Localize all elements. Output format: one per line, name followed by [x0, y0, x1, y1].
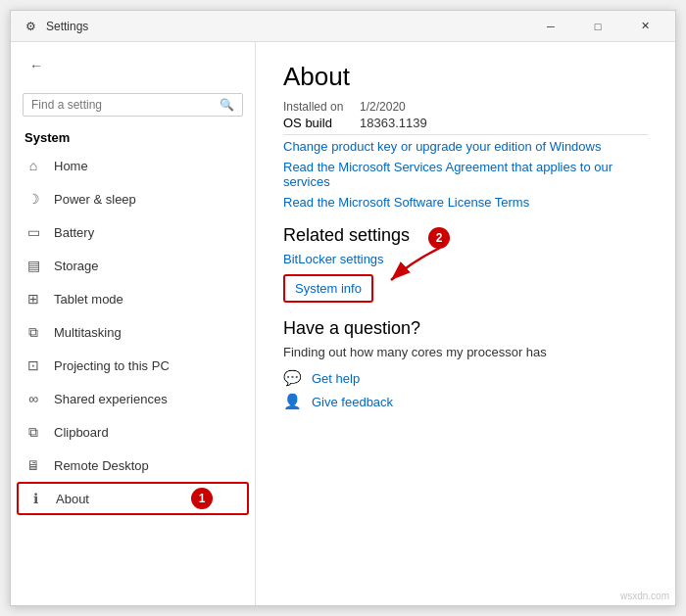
sidebar-item-multitasking[interactable]: ⧉ Multitasking [11, 315, 255, 349]
sidebar-item-label: Shared experiences [54, 392, 168, 406]
get-help-label: Get help [312, 371, 360, 386]
sidebar-item-label: About [56, 492, 89, 506]
sidebar-item-home[interactable]: ⌂ Home [11, 149, 255, 182]
bitlocker-link[interactable]: BitLocker settings [283, 252, 648, 266]
power-icon: ☽ [24, 190, 42, 208]
sidebar-item-clipboard[interactable]: ⧉ Clipboard [11, 415, 255, 449]
sidebar-item-storage[interactable]: ▤ Storage [11, 249, 255, 282]
get-help-row[interactable]: 💬 Get help [283, 369, 648, 387]
search-box[interactable]: 🔍 [23, 93, 243, 117]
sidebar-item-remote[interactable]: 🖥 Remote Desktop [11, 449, 255, 482]
minimize-button[interactable]: ─ [528, 11, 573, 42]
give-feedback-label: Give feedback [312, 395, 393, 409]
question-heading: Have a question? [283, 318, 648, 339]
os-build-value: 18363.1139 [360, 116, 427, 130]
sidebar-item-label: Power & sleep [54, 192, 136, 207]
sidebar-item-about[interactable]: ℹ About 1 [17, 482, 249, 515]
link-product-key[interactable]: Change product key or upgrade your editi… [283, 139, 648, 154]
badge-2: 2 [428, 227, 450, 249]
link-license-terms[interactable]: Read the Microsoft Software License Term… [283, 195, 648, 210]
related-settings-heading: Related settings [283, 225, 648, 246]
settings-icon: ⚙ [23, 19, 38, 34]
arrow-annotation [381, 243, 460, 292]
search-input[interactable] [31, 98, 220, 112]
link-services-agreement[interactable]: Read the Microsoft Services Agreement th… [283, 160, 648, 189]
maximize-button[interactable]: □ [575, 11, 620, 42]
sidebar-item-tablet[interactable]: ⊞ Tablet mode [11, 282, 255, 315]
help-icon: 💬 [283, 369, 302, 387]
sidebar-section-label: System [11, 124, 255, 149]
sidebar-item-projecting[interactable]: ⊡ Projecting to this PC [11, 349, 255, 382]
watermark: wsxdn.com [620, 591, 669, 601]
give-feedback-row[interactable]: 👤 Give feedback [283, 393, 648, 410]
tablet-icon: ⊞ [24, 290, 42, 308]
home-icon: ⌂ [24, 157, 42, 174]
sidebar: ← 🔍 System ⌂ Home ☽ Power & sleep ▭ Batt… [11, 42, 256, 605]
system-info-link[interactable]: System info [283, 274, 373, 303]
close-button[interactable]: ✕ [622, 11, 667, 42]
clipboard-icon: ⧉ [24, 423, 42, 441]
remote-icon: 🖥 [24, 456, 42, 474]
sidebar-item-label: Projecting to this PC [54, 358, 170, 373]
search-icon: 🔍 [220, 98, 234, 112]
about-icon: ℹ [26, 490, 44, 507]
multitasking-icon: ⧉ [24, 323, 42, 341]
sidebar-item-label: Multitasking [54, 325, 122, 340]
os-build-label: OS build [283, 116, 352, 130]
sidebar-item-power[interactable]: ☽ Power & sleep [11, 182, 255, 215]
badge-1: 1 [191, 488, 213, 509]
titlebar: ⚙ Settings ─ □ ✕ [11, 11, 675, 42]
question-section: Have a question? Finding out how many co… [283, 318, 648, 410]
battery-icon: ▭ [24, 223, 42, 241]
sidebar-item-label: Home [54, 159, 88, 173]
page-title: About [283, 62, 648, 92]
sidebar-item-label: Remote Desktop [54, 458, 149, 473]
back-button[interactable]: ← [23, 52, 50, 79]
sidebar-item-label: Storage [54, 259, 99, 273]
sidebar-item-label: Clipboard [54, 425, 109, 440]
sidebar-item-label: Battery [54, 225, 94, 240]
os-build-row: OS build 18363.1139 [283, 116, 648, 130]
question-text: Finding out how many cores my processor … [283, 345, 648, 359]
shared-icon: ∞ [24, 390, 42, 407]
main-content: About Installed on 1/2/2020 OS build 183… [256, 42, 675, 605]
projecting-icon: ⊡ [24, 356, 42, 374]
window-controls: ─ □ ✕ [528, 11, 667, 42]
installed-on-text: Installed on 1/2/2020 [283, 100, 648, 114]
sidebar-item-shared[interactable]: ∞ Shared experiences [11, 382, 255, 415]
sidebar-item-label: Tablet mode [54, 292, 123, 307]
sidebar-item-battery[interactable]: ▭ Battery [11, 215, 255, 249]
window-title: Settings [46, 20, 88, 33]
feedback-icon: 👤 [283, 393, 302, 410]
storage-icon: ▤ [24, 257, 42, 274]
